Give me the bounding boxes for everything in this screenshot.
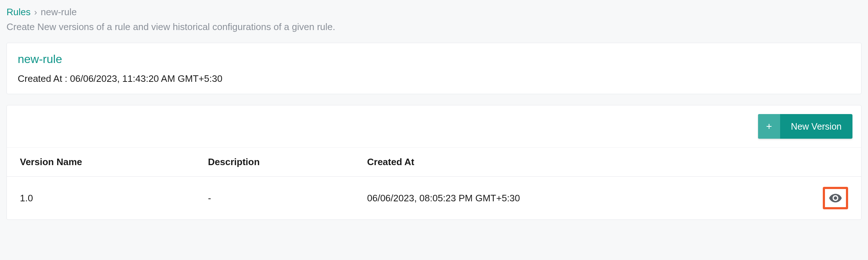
breadcrumb-separator: ›: [34, 7, 37, 17]
col-header-created-at: Created At: [367, 156, 812, 168]
cell-version-name: 1.0: [20, 193, 208, 204]
new-version-button[interactable]: + New Version: [758, 114, 852, 139]
cell-created-at: 06/06/2023, 08:05:23 PM GMT+5:30: [367, 193, 812, 204]
cell-actions: [812, 187, 848, 209]
new-version-label: New Version: [780, 114, 852, 139]
col-header-version-name: Version Name: [20, 156, 208, 168]
breadcrumb-link-rules[interactable]: Rules: [7, 7, 30, 18]
table-row: 1.0 - 06/06/2023, 08:05:23 PM GMT+5:30: [7, 177, 861, 219]
eye-icon: [829, 191, 842, 205]
breadcrumb: Rules › new-rule: [7, 7, 861, 18]
versions-card: + New Version Version Name Description C…: [7, 105, 861, 220]
plus-icon: +: [758, 114, 780, 139]
versions-toolbar: + New Version: [7, 105, 861, 147]
cell-description: -: [208, 193, 367, 204]
rule-name-title: new-rule: [18, 53, 850, 66]
rule-created-at: Created At : 06/06/2023, 11:43:20 AM GMT…: [18, 73, 850, 84]
breadcrumb-current: new-rule: [41, 7, 77, 18]
col-header-description: Description: [208, 156, 367, 168]
rule-summary-card: new-rule Created At : 06/06/2023, 11:43:…: [7, 43, 861, 94]
versions-table-header: Version Name Description Created At: [7, 147, 861, 177]
view-version-button[interactable]: [823, 187, 848, 209]
versions-table: Version Name Description Created At 1.0 …: [7, 147, 861, 219]
page-subtitle: Create New versions of a rule and view h…: [7, 21, 861, 33]
